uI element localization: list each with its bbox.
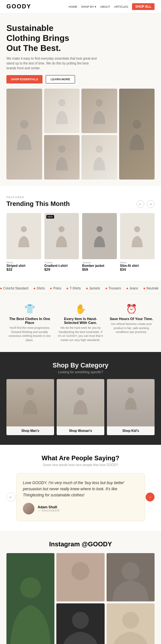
marquee-bar: ◆Colorful Standard ◆Shirts ◆Polos ◆T-Shi… xyxy=(0,281,161,294)
product-card-1[interactable]: Shirts Striped shirt $32 xyxy=(6,213,41,271)
product-card-3[interactable]: Jackets Bomber jacket $59 xyxy=(82,213,117,271)
testimonial-quote: Love GOODY. I'm very much of the 'buy le… xyxy=(23,480,138,499)
marquee-item-3: ◆Polos xyxy=(50,287,61,290)
svg-point-16 xyxy=(71,562,90,580)
product-category-1: Shirts xyxy=(6,261,41,264)
marquee-item-5: ◆Jackets xyxy=(86,287,100,290)
testimonial-avatar xyxy=(23,503,34,514)
svg-point-5 xyxy=(96,146,103,153)
product-category-3: Jackets xyxy=(82,261,117,264)
instagram-image-5[interactable] xyxy=(107,603,155,644)
hero-image-1 xyxy=(6,89,42,180)
marquee-item-7: ◆Jeans xyxy=(126,287,138,290)
marquee-item-8: ◆Neutrale xyxy=(143,287,159,290)
testimonial-author-role: — ENGINEER xyxy=(38,509,60,512)
category-label-kids: Shop Kid's xyxy=(107,426,155,435)
hero-image-4 xyxy=(119,89,155,180)
nav-shop-all-button[interactable]: SHOP ALL xyxy=(132,3,155,10)
category-card-womans[interactable]: Shop Woman's xyxy=(57,379,104,435)
testimonial-subtitle: Some nice words from nice people that lo… xyxy=(6,463,155,467)
category-label-womans: Shop Woman's xyxy=(57,426,104,435)
clothes-icon: 👕 xyxy=(6,304,53,314)
testimonial-next-button[interactable]: → xyxy=(146,493,155,502)
product-image-2: NEW xyxy=(44,213,79,259)
testimonial-title: What Are People Saying? xyxy=(6,454,155,462)
svg-point-22 xyxy=(122,612,139,629)
product-name-3: Bomber jacket xyxy=(82,264,117,268)
featured-label: FEATURED xyxy=(6,196,155,199)
svg-point-9 xyxy=(134,226,140,232)
product-name-4: Slim-fit shirt xyxy=(120,264,155,268)
product-image-1 xyxy=(6,213,41,259)
testimonial-prev-button[interactable]: ← xyxy=(6,493,15,502)
product-card-4[interactable]: Shirts Slim-fit shirt $34 xyxy=(120,213,155,271)
category-label-mans: Shop Man's xyxy=(6,426,54,435)
shop-essentials-button[interactable]: SHOP ESSENTIALS xyxy=(6,75,43,83)
prev-arrow-button[interactable]: ← xyxy=(137,200,144,208)
products-grid: Shirts Striped shirt $32 NEW T-shirts Gr… xyxy=(6,213,155,271)
features-grid: 👕 The Best Clothes In One Place You'll f… xyxy=(6,304,155,342)
product-card-2[interactable]: NEW T-shirts Gradient t-shirt $29 xyxy=(44,213,79,271)
learn-more-button[interactable]: LEARN MORE xyxy=(46,75,75,83)
featured-header: Trending This Month ← → xyxy=(6,200,155,208)
instagram-image-2[interactable] xyxy=(56,553,104,601)
testimonial-wrapper: ← Love GOODY. I'm very much of the 'buy … xyxy=(6,473,155,522)
product-price-1: $32 xyxy=(6,268,41,271)
nav-home[interactable]: HOME xyxy=(69,5,77,8)
category-title: Shop By Category xyxy=(6,362,155,369)
instagram-image-1[interactable] xyxy=(6,553,54,644)
product-category-2: T-shirts xyxy=(44,261,79,264)
feature-title-3: Save Hours Of Your Time. xyxy=(108,317,155,321)
nav-links: HOME SHOP BY ▾ ABOUT ARTICLES SHOP ALL xyxy=(69,3,155,10)
svg-point-10 xyxy=(26,387,34,395)
testimonial-section: What Are People Saying? Some nice words … xyxy=(0,445,161,531)
product-name-2: Gradient t-shirt xyxy=(44,264,79,268)
feature-desc-3: Our ethical factories create your produc… xyxy=(108,322,155,334)
product-price-4: $34 xyxy=(120,268,155,271)
category-image-womans: Shop Woman's xyxy=(57,379,104,435)
navbar: GOODY HOME SHOP BY ▾ ABOUT ARTICLES SHOP… xyxy=(0,0,161,14)
nav-articles[interactable]: ARTICLES xyxy=(114,5,128,8)
hero-image-5 xyxy=(44,135,80,180)
testimonial-author-name: Adam Shafi xyxy=(38,505,60,509)
next-arrow-button[interactable]: → xyxy=(147,200,155,208)
product-category-4: Shirts xyxy=(120,261,155,264)
svg-point-8 xyxy=(96,226,102,232)
category-section: Shop By Category Looking for something s… xyxy=(0,352,161,445)
instagram-image-4[interactable] xyxy=(56,603,104,644)
new-badge-2: NEW xyxy=(46,215,54,219)
category-grid: Shop Man's Shop Woman's Shop Kid's xyxy=(6,379,155,435)
svg-point-20 xyxy=(72,612,89,629)
instagram-image-3[interactable] xyxy=(107,553,155,601)
marquee-item-6: ◆Trousers xyxy=(105,287,121,290)
category-card-mans[interactable]: Shop Man's xyxy=(6,379,54,435)
hero-description: We make it easy to find everyday essenti… xyxy=(6,56,97,71)
marquee-item-2: ◆Shirts xyxy=(33,287,45,290)
hero-image-6 xyxy=(81,135,117,180)
svg-point-7 xyxy=(59,226,65,232)
hero-buttons: SHOP ESSENTIALS LEARN MORE xyxy=(6,75,155,83)
hero-section: Sustainable Clothing Brings Out The Best… xyxy=(0,14,161,186)
instagram-grid xyxy=(6,553,155,644)
category-subtitle: Looking for something specific? xyxy=(6,370,155,374)
category-image-kids: Shop Kid's xyxy=(107,379,155,435)
featured-section: FEATURED Trending This Month ← → Shirts … xyxy=(0,186,161,281)
nav-logo[interactable]: GOODY xyxy=(6,3,31,10)
hand-icon: ✋ xyxy=(57,304,104,314)
hero-image-grid xyxy=(6,89,155,180)
nav-about[interactable]: ABOUT xyxy=(100,5,110,8)
feature-item-1: 👕 The Best Clothes In One Place You'll f… xyxy=(6,304,53,342)
svg-point-11 xyxy=(77,387,84,395)
category-image-mans: Shop Man's xyxy=(6,379,54,435)
svg-point-2 xyxy=(96,99,103,106)
hero-image-2 xyxy=(44,89,80,133)
svg-point-0 xyxy=(20,120,29,129)
product-image-3 xyxy=(82,213,117,259)
category-card-kids[interactable]: Shop Kid's xyxy=(107,379,155,435)
svg-point-12 xyxy=(128,387,134,394)
svg-point-14 xyxy=(20,577,41,598)
testimonial-card: Love GOODY. I'm very much of the 'buy le… xyxy=(16,473,145,522)
clock-icon: ⏰ xyxy=(108,304,155,314)
nav-shop-by[interactable]: SHOP BY ▾ xyxy=(81,5,96,8)
svg-point-18 xyxy=(121,562,139,580)
